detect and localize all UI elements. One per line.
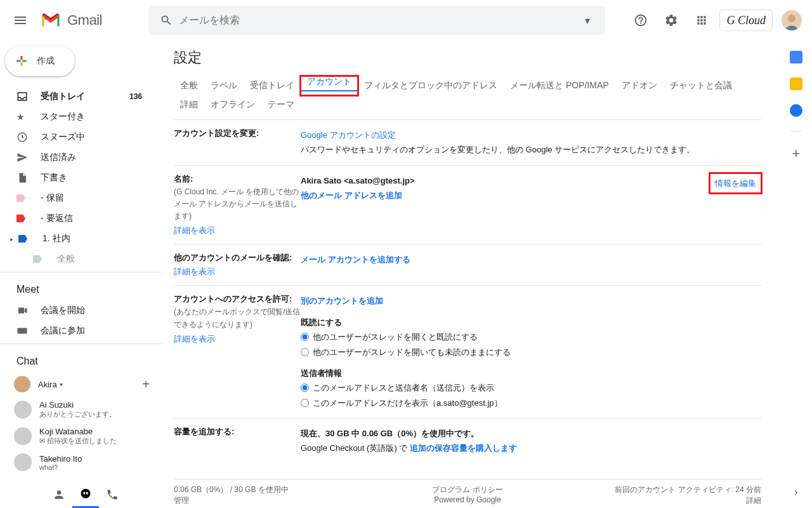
tab-inbox[interactable]: 受信トレイ (244, 76, 301, 95)
person-icon (53, 488, 65, 501)
sidebar-item-drafts[interactable]: 下書き (0, 168, 152, 188)
powered-by: Powered by Google (434, 495, 501, 504)
learn-more-link[interactable]: 詳細を表示 (174, 333, 215, 345)
mark-read-radio[interactable] (301, 333, 309, 341)
clock-icon (16, 131, 29, 143)
apps-button[interactable] (689, 8, 714, 33)
sidebar-item-label: 1. 社内 (43, 233, 70, 244)
page-title: 設定 (174, 48, 761, 67)
meet-item-label: 会議を開始 (41, 305, 85, 316)
chat-contact-row[interactable]: Ai Suzukiありがとうございます。 (0, 396, 162, 423)
chat-preview: what? (39, 464, 82, 471)
google-account-settings-link[interactable]: Google アカウントの設定 (301, 130, 396, 140)
phone-tab[interactable] (99, 481, 126, 508)
learn-more-link[interactable]: 詳細を表示 (174, 225, 215, 236)
caret-icon: ▸ (6, 236, 13, 243)
divider (0, 344, 162, 344)
avatar (14, 401, 32, 418)
policies-link[interactable]: プログラム ポリシー (432, 485, 502, 494)
sidebar: 作成 受信トレイ 136 ★スター付き スヌーズ中 送信済み 下書き - 保留 … (0, 41, 162, 508)
chat-contact-row[interactable]: Koji Watanabe✉ 招待状を送信しました (0, 423, 162, 450)
sidebar-item-label-general[interactable]: 全般 (0, 249, 152, 269)
search-bar[interactable]: ▾ (148, 6, 605, 35)
section-label: 容量を追加する: (174, 426, 301, 438)
tab-general[interactable]: 全般 (174, 76, 204, 95)
calendar-addon-button[interactable] (790, 51, 802, 64)
sidebar-item-label: 全般 (57, 253, 75, 265)
sidebar-item-inbox[interactable]: 受信トレイ 136 (0, 86, 152, 107)
tab-filters[interactable]: フィルタとブロック中のアドレス (358, 76, 504, 95)
sidebar-item-label-hold[interactable]: - 保留 (0, 188, 152, 208)
section-check-other-mail: 他のアカウントのメールを確認: 詳細を表示 メール アカウントを追加する (174, 244, 761, 285)
tab-themes[interactable]: テーマ (261, 95, 301, 114)
leave-unread-radio[interactable] (301, 348, 309, 356)
tasks-addon-button[interactable] (790, 104, 802, 117)
radio-label: このメールアドレスと送信者名（送信元）を表示 (313, 380, 494, 395)
manage-link[interactable]: 管理 (174, 496, 189, 505)
tab-accounts[interactable]: アカウント (301, 72, 358, 91)
section-desc: パスワードやセキュリティのオプションを変更したり、他の Google サービスに… (301, 145, 695, 154)
sidebar-item-label: - 要返信 (41, 213, 73, 224)
chat-contact-row[interactable]: Takehiro Itowhat? (0, 450, 162, 475)
tab-forwarding[interactable]: メール転送と POP/IMAP (504, 76, 615, 95)
inbox-count: 136 (129, 92, 145, 101)
add-mail-account-link[interactable]: メール アカウントを追加する (301, 255, 410, 264)
compose-button[interactable]: 作成 (5, 46, 75, 76)
compose-label: 作成 (37, 55, 55, 67)
chat-preview: ありがとうございます。 (39, 410, 116, 419)
hangouts-tab[interactable] (72, 481, 99, 508)
account-avatar[interactable] (782, 10, 802, 30)
section-label: アカウントへのアクセスを許可: (174, 293, 301, 305)
search-options-button[interactable]: ▾ (575, 15, 600, 27)
sidebar-item-sent[interactable]: 送信済み (0, 147, 152, 168)
search-icon[interactable] (154, 14, 179, 27)
tab-labels[interactable]: ラベル (204, 76, 244, 95)
settings-button[interactable] (658, 8, 684, 33)
show-name-address-radio[interactable] (301, 384, 309, 392)
sidebar-item-snoozed[interactable]: スヌーズ中 (0, 127, 152, 147)
collapse-panel-button[interactable]: › (794, 486, 797, 498)
plus-icon (13, 52, 30, 70)
sidebar-item-starred[interactable]: ★スター付き (0, 107, 152, 127)
header-actions: G Cloud (628, 8, 807, 33)
sidebar-item-label: 受信トレイ (41, 91, 85, 102)
sidebar-item-label-internal[interactable]: ▸1. 社内 (0, 229, 152, 249)
support-button[interactable] (628, 8, 653, 33)
new-chat-button[interactable]: + (142, 377, 150, 392)
send-as-identity: Akira Sato <a.sato@gtest.jp> (301, 176, 415, 185)
search-input[interactable] (179, 15, 575, 26)
tab-offline[interactable]: オフライン (204, 95, 261, 114)
add-another-account-link[interactable]: 別のアカウントを追加 (301, 296, 383, 305)
send-icon (16, 152, 29, 163)
details-link[interactable]: 詳細 (746, 496, 761, 505)
phone-icon (106, 488, 119, 501)
meet-start-button[interactable]: 会議を開始 (0, 300, 152, 321)
tab-advanced[interactable]: 詳細 (174, 95, 204, 114)
gcloud-account-label[interactable]: G Cloud (719, 10, 773, 31)
add-another-address-link[interactable]: 他のメール アドレスを追加 (301, 190, 402, 200)
buy-storage-link[interactable]: 追加の保存容量を購入します (410, 443, 517, 453)
file-icon (16, 172, 29, 184)
video-icon (16, 305, 29, 316)
sidebar-item-label-reply[interactable]: - 要返信 (0, 208, 152, 229)
section-desc: (あなたのメールボックスで閲覧/送信できるようになります) (174, 306, 301, 330)
hangouts-icon (79, 488, 92, 500)
storage-footer: 0.06 GB（0%） / 30 GB を使用中 (174, 485, 370, 495)
learn-more-link[interactable]: 詳細を表示 (174, 266, 215, 277)
meet-join-button[interactable]: 会議に参加 (0, 321, 152, 341)
tab-addons[interactable]: アドオン (615, 76, 664, 95)
meet-item-label: 会議に参加 (41, 325, 85, 337)
sidebar-item-label: 送信済み (41, 152, 76, 163)
tab-chat[interactable]: チャットと会議 (664, 76, 738, 95)
main-menu-button[interactable] (5, 5, 36, 36)
chat-self-row[interactable]: Akira▾ + (0, 372, 162, 396)
storage-text: Google Checkout (英語版) で (301, 443, 410, 453)
show-address-only-radio[interactable] (301, 399, 309, 407)
chat-name: Koji Watanabe (39, 427, 117, 436)
get-addons-button[interactable]: + (792, 145, 801, 162)
edit-info-link[interactable]: 情報を編集 (715, 178, 756, 188)
svg-point-3 (81, 488, 91, 498)
gmail-logo[interactable]: Gmail (36, 12, 143, 29)
contacts-tab[interactable] (46, 481, 72, 508)
keep-addon-button[interactable] (790, 77, 802, 90)
